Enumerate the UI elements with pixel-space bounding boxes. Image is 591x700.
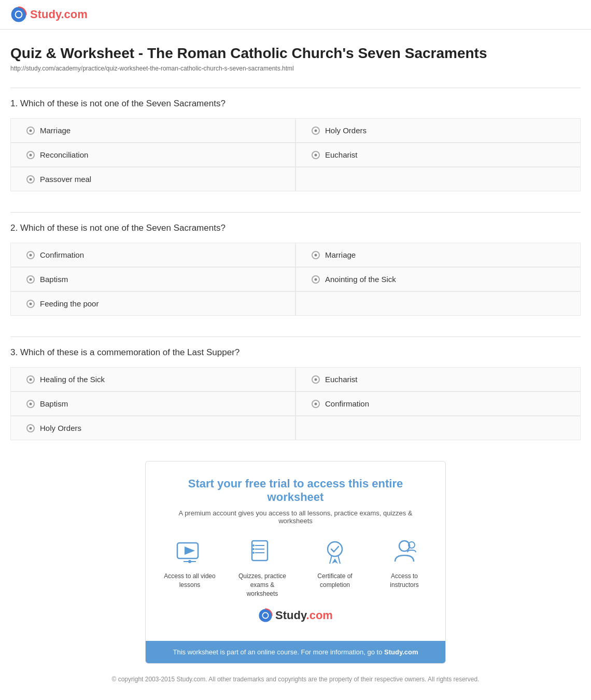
q2-option-4[interactable]: Anointing of the Sick	[295, 267, 581, 291]
svg-line-14	[330, 555, 332, 564]
option-label: Confirmation	[325, 399, 369, 408]
option-label: Eucharist	[325, 375, 358, 384]
question-2-options: Confirmation Marriage Baptism Anointing …	[10, 243, 581, 316]
svg-point-10	[252, 544, 255, 547]
cta-feature-quiz: Quizzes, practice exams & worksheets	[234, 538, 291, 598]
q3-option-3[interactable]: Baptism	[10, 391, 295, 416]
q2-option-1[interactable]: Confirmation	[10, 243, 295, 267]
option-label: Confirmation	[40, 250, 84, 259]
video-icon	[175, 538, 204, 567]
option-label: Marriage	[325, 250, 356, 259]
q2-option-5[interactable]: Feeding the poor	[10, 291, 295, 316]
cta-footer-link[interactable]: Study.com	[384, 648, 418, 656]
radio-icon	[312, 127, 320, 135]
q1-option-4[interactable]: Eucharist	[295, 143, 581, 167]
question-2-text: 2. Which of these is not one of the Seve…	[10, 223, 581, 233]
svg-point-17	[399, 541, 410, 551]
q2-option-3[interactable]: Baptism	[10, 267, 295, 291]
cta-logo: Study.com	[161, 608, 430, 623]
radio-icon	[312, 375, 320, 384]
q2-empty-cell	[295, 291, 581, 316]
question-3-options: Healing of the Sick Eucharist Baptism Co…	[10, 367, 581, 440]
option-label: Healing of the Sick	[40, 375, 105, 384]
page-header: Study.com	[0, 0, 591, 30]
copyright-text: © copyright 2003-2015 Study.com. All oth…	[10, 674, 581, 684]
cta-feature-video: Access to all video lessons	[161, 538, 218, 598]
svg-line-15	[338, 555, 340, 564]
radio-icon	[26, 400, 35, 408]
cta-feature-certificate-text: Certificate of completion	[306, 572, 363, 590]
question-3: 3. Which of these is a commemoration of …	[10, 347, 581, 440]
cta-feature-instructor-text: Access to instructors	[379, 572, 430, 590]
cta-feature-quiz-text: Quizzes, practice exams & worksheets	[234, 572, 291, 598]
cta-feature-video-text: Access to all video lessons	[161, 572, 218, 590]
q1-option-1[interactable]: Marriage	[10, 118, 295, 143]
question-1: 1. Which of these is not one of the Seve…	[10, 99, 581, 191]
q3-empty-cell	[295, 416, 581, 440]
cta-footer-bar: This worksheet is part of an online cour…	[146, 641, 445, 663]
cta-inner: Start your free trial to access this ent…	[146, 461, 445, 641]
certificate-icon	[320, 538, 349, 567]
option-label: Anointing of the Sick	[325, 275, 396, 284]
q1-option-2[interactable]: Holy Orders	[295, 118, 581, 143]
option-label: Holy Orders	[325, 126, 367, 135]
cta-box: Start your free trial to access this ent…	[145, 461, 446, 664]
svg-point-13	[328, 542, 342, 556]
q3-option-4[interactable]: Confirmation	[295, 391, 581, 416]
radio-icon	[26, 300, 35, 308]
radio-icon	[312, 251, 320, 259]
question-1-options: Marriage Holy Orders Reconciliation Euch…	[10, 118, 581, 191]
radio-icon	[312, 275, 320, 284]
cta-logo-icon	[258, 608, 273, 623]
cta-title: Start your free trial to access this ent…	[161, 477, 430, 504]
option-label: Reconciliation	[40, 150, 88, 159]
option-label: Holy Orders	[40, 424, 81, 432]
section-divider-2	[10, 212, 581, 213]
q1-option-5[interactable]: Passover meal	[10, 167, 295, 191]
radio-icon	[26, 251, 35, 259]
q2-option-2[interactable]: Marriage	[295, 243, 581, 267]
logo[interactable]: Study.com	[10, 6, 88, 23]
svg-point-12	[252, 552, 255, 554]
quiz-icon	[248, 538, 277, 567]
option-label: Marriage	[40, 126, 71, 135]
section-divider-top	[10, 88, 581, 88]
radio-icon	[26, 127, 35, 135]
cta-features: Access to all video lessons Quizzes, pra…	[161, 538, 430, 598]
radio-icon	[26, 375, 35, 384]
q3-option-1[interactable]: Healing of the Sick	[10, 367, 295, 391]
cta-footer-text: This worksheet is part of an online cour…	[173, 648, 384, 656]
radio-icon	[26, 151, 35, 159]
cta-logo-text: Study.com	[275, 609, 333, 622]
option-label: Baptism	[40, 399, 68, 408]
section-divider-3	[10, 337, 581, 337]
instructor-icon	[390, 538, 419, 567]
radio-icon	[26, 424, 35, 432]
q3-option-2[interactable]: Eucharist	[295, 367, 581, 391]
svg-rect-6	[252, 541, 268, 561]
svg-point-11	[252, 548, 255, 550]
option-label: Passover meal	[40, 175, 91, 184]
option-label: Baptism	[40, 275, 68, 284]
radio-icon	[26, 275, 35, 284]
radio-icon	[26, 175, 35, 184]
q3-option-5[interactable]: Holy Orders	[10, 416, 295, 440]
logo-icon	[10, 6, 27, 23]
q1-option-3[interactable]: Reconciliation	[10, 143, 295, 167]
question-1-text: 1. Which of these is not one of the Seve…	[10, 99, 581, 109]
radio-icon	[312, 151, 320, 159]
page-title: Quiz & Worksheet - The Roman Catholic Ch…	[10, 45, 581, 62]
logo-text: Study.com	[30, 8, 88, 21]
svg-marker-16	[332, 558, 338, 564]
question-3-text: 3. Which of these is a commemoration of …	[10, 347, 581, 358]
svg-marker-3	[185, 547, 195, 555]
question-2: 2. Which of these is not one of the Seve…	[10, 223, 581, 316]
cta-feature-instructor: Access to instructors	[379, 538, 430, 598]
option-label: Eucharist	[325, 150, 358, 159]
option-label: Feeding the poor	[40, 299, 98, 308]
main-content: Quiz & Worksheet - The Roman Catholic Ch…	[0, 30, 591, 700]
q1-empty-cell	[295, 167, 581, 191]
page-url: http://study.com/academy/practice/quiz-w…	[10, 65, 581, 72]
cta-subtitle: A premium account gives you access to al…	[161, 509, 430, 525]
cta-feature-certificate: Certificate of completion	[306, 538, 363, 598]
